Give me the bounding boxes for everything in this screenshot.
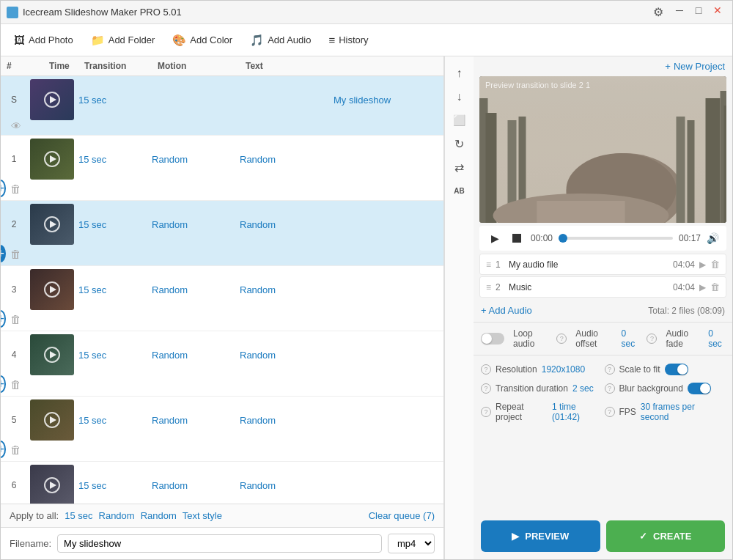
shuffle-button[interactable]: ⇄ [449,156,471,178]
refresh-button[interactable]: ↻ [449,133,471,155]
track-delete-button[interactable]: 🗑 [710,281,720,292]
repeat-project-setting: ? Repeat project 1 time (01:42) [481,399,602,424]
apply-time[interactable]: 15 sec [65,510,92,521]
slide-row[interactable]: S 15 sec My slideshow 👁 [1,76,443,136]
scale-help-icon[interactable]: ? [605,364,615,375]
track-play-button[interactable]: ▶ [699,259,706,270]
add-folder-button[interactable]: 📁 Add Folder [84,30,163,51]
track-duration: 04:04 [673,282,695,292]
add-text-button[interactable]: + [1,375,6,393]
preview-icon: ▶ [512,531,519,542]
title-bar: Icecream Slideshow Maker PRO 5.01 ⚙ ─ □ … [1,1,732,24]
slide-time: 15 sec [78,350,152,361]
settings-button[interactable]: ⚙ [647,1,669,23]
preview-label: Preview transition to slide 2 1 [485,81,590,89]
resolution-help-icon[interactable]: ? [481,364,491,375]
crop-button[interactable]: ⬜ [449,109,471,131]
fps-help-icon[interactable]: ? [605,407,615,417]
loop-audio-toggle[interactable] [481,333,504,345]
close-button[interactable]: ✕ [709,1,726,19]
eye-button[interactable]: 👁 [11,120,21,132]
progress-bar[interactable] [559,237,673,240]
track-play-button[interactable]: ▶ [699,282,706,292]
bottom-buttons: ▶ PREVIEW ✓ CREATE [474,513,732,559]
add-text-button[interactable]: + [1,310,6,328]
slide-time: 15 sec [78,480,152,491]
filename-bar: Filename: mp4 avi mov [1,527,443,559]
track-delete-button[interactable]: 🗑 [710,259,720,270]
resolution-label: Resolution [496,364,537,375]
audio-offset-value[interactable]: 0 sec [622,328,638,349]
add-audio-link[interactable]: + Add Audio [481,305,532,316]
audio-fade-label: Audio fade [666,328,699,349]
delete-slide-button[interactable]: 🗑 [10,378,21,391]
slide-number: 2 [1,219,27,229]
slide-row[interactable]: 6 15 sec Random Random + 🗑 [1,462,443,504]
delete-slide-button[interactable]: 🗑 [10,183,21,195]
apply-motion[interactable]: Random [141,510,177,521]
add-text-button[interactable]: + [1,180,6,197]
play-button[interactable]: ▶ [487,230,503,246]
transition-duration-setting: ? Transition duration 2 sec [481,380,602,397]
slide-thumbnail [27,269,78,310]
slide-text: My slideshow [328,95,443,106]
add-audio-toolbar-button[interactable]: 🎵 Add Audio [243,30,318,51]
move-up-button[interactable]: ↑ [449,62,471,84]
right-header: + New Project [474,56,732,76]
preview-button[interactable]: ▶ PREVIEW [481,520,600,552]
right-panel: + New Project Preview transition to slid… [474,56,732,559]
slide-row[interactable]: 2 15 sec Random Random + 🗑 [1,201,443,266]
create-button[interactable]: ✓ CREATE [606,520,726,552]
history-button[interactable]: ≡ History [321,30,375,50]
side-tools: ↑ ↓ ⬜ ↻ ⇄ AB [444,56,474,559]
minimize-button[interactable]: ─ [671,1,688,19]
volume-button[interactable]: 🔊 [707,232,719,244]
audio-fade-value[interactable]: 0 sec [708,328,725,349]
blur-background-toggle[interactable] [688,383,711,394]
resolution-value[interactable]: 1920x1080 [542,364,585,375]
delete-slide-button[interactable]: 🗑 [10,443,21,456]
delete-slide-button[interactable]: 🗑 [10,248,21,260]
slides-container: S 15 sec My slideshow 👁 [1,76,443,504]
audio-offset-help-icon[interactable]: ? [556,334,567,344]
add-text-button[interactable]: + [1,245,6,262]
slide-row[interactable]: 4 15 sec Random Random + 🗑 [1,331,443,397]
add-color-button[interactable]: 🎨 Add Color [165,30,240,51]
transition-value[interactable]: 2 sec [572,383,594,394]
apply-transition[interactable]: Random [99,510,135,521]
slide-number: 3 [1,284,27,295]
slide-number: S [1,95,27,105]
filename-input[interactable] [57,534,382,553]
slide-row[interactable]: 3 15 sec Random Random + 🗑 [1,266,443,331]
new-project-button[interactable]: + New Project [665,61,725,72]
maximize-button[interactable]: □ [690,1,707,19]
slide-row[interactable]: 5 15 sec Random Random + 🗑 [1,397,443,462]
slide-thumbnail [27,139,78,180]
slide-row[interactable]: 1 15 sec Random Random + 🗑 [1,136,443,201]
audio-fade-help-icon[interactable]: ? [647,334,657,344]
add-photo-button[interactable]: 🖼 Add Photo [7,30,81,50]
apply-text-style[interactable]: Text style [183,510,222,521]
repeat-value[interactable]: 1 time (01:42) [552,402,601,422]
ab-button[interactable]: AB [449,180,471,202]
scale-to-fit-toggle[interactable] [665,364,688,375]
transition-help-icon[interactable]: ? [481,383,491,394]
history-label: History [339,34,368,45]
slide-motion: Random [240,219,328,230]
repeat-help-icon[interactable]: ? [481,407,491,417]
add-audio-icon: 🎵 [250,34,264,47]
time-total: 00:17 [679,233,701,243]
fps-value[interactable]: 30 frames per second [641,402,725,422]
col-transition: Transition [78,61,152,71]
slide-number: 6 [1,480,27,490]
move-down-button[interactable]: ↓ [449,86,471,108]
add-color-icon: 🎨 [172,34,186,47]
slide-transition: Random [152,480,240,491]
add-text-button[interactable]: + [1,441,6,458]
format-select[interactable]: mp4 avi mov [388,534,435,553]
delete-slide-button[interactable]: 🗑 [10,313,21,325]
slide-actions: + 🗑 [1,441,27,458]
clear-queue[interactable]: Clear queue (7) [369,510,435,521]
stop-button[interactable] [509,230,525,246]
blur-help-icon[interactable]: ? [605,383,615,394]
